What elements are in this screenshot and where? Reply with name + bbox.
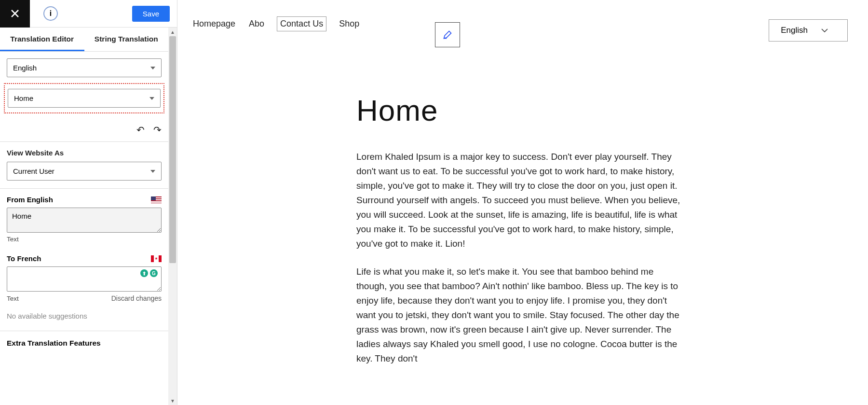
- extra-features-label: Extra Translation Features: [0, 331, 168, 353]
- view-as-label: View Website As: [0, 142, 168, 162]
- language-select-value: English: [13, 64, 37, 72]
- undo-button[interactable]: ↶: [136, 124, 145, 136]
- discard-changes-button[interactable]: Discard changes: [111, 294, 162, 302]
- from-text-field: [7, 208, 162, 233]
- suggestion-icon[interactable]: ⬆: [140, 269, 148, 277]
- page-content: Home Lorem Khaled Ipsum is a major key t…: [356, 93, 684, 366]
- string-select[interactable]: Home: [8, 89, 161, 108]
- save-button[interactable]: Save: [132, 6, 170, 22]
- language-select[interactable]: English: [7, 58, 162, 77]
- scrollbar[interactable]: ▲ ▼: [168, 28, 177, 405]
- chevron-down-icon: [821, 28, 828, 32]
- string-select-value: Home: [14, 94, 33, 102]
- paragraph-1[interactable]: Lorem Khaled Ipsum is a major key to suc…: [356, 150, 684, 251]
- tab-translation-editor[interactable]: Translation Editor: [0, 28, 84, 51]
- info-icon: i: [50, 9, 52, 18]
- to-text-field[interactable]: [7, 266, 162, 292]
- from-language-label: From English: [7, 196, 53, 204]
- redo-button[interactable]: ↷: [153, 124, 162, 136]
- string-select-highlight: Home: [4, 83, 164, 113]
- close-icon: [10, 9, 20, 18]
- flag-us-icon: [151, 196, 162, 203]
- nav-shop[interactable]: Shop: [338, 17, 360, 31]
- sidebar-scroll: Translation Editor String Translation En…: [0, 28, 168, 405]
- to-language-label: To French: [7, 254, 41, 263]
- translation-sidebar: i Save Translation Editor String Transla…: [0, 0, 177, 405]
- tab-string-translation[interactable]: String Translation: [84, 28, 169, 51]
- grammarly-icon[interactable]: G: [150, 269, 158, 277]
- chevron-down-icon: [150, 67, 155, 70]
- preview-nav: Homepage Abo Contact Us Shop: [192, 16, 849, 31]
- scrollbar-down-icon[interactable]: ▼: [168, 396, 177, 405]
- no-suggestions-text: No available suggestions: [0, 308, 168, 331]
- paragraph-2[interactable]: Life is what you make it, so let's make …: [356, 265, 684, 366]
- scrollbar-thumb[interactable]: [169, 36, 176, 263]
- to-sublabel: Text: [7, 295, 19, 302]
- page-title[interactable]: Home: [356, 93, 684, 127]
- page-preview: Homepage Abo Contact Us Shop English Hom…: [177, 0, 868, 405]
- nav-contact-us[interactable]: Contact Us: [277, 16, 326, 31]
- view-as-select[interactable]: Current User: [7, 162, 162, 181]
- view-as-value: Current User: [13, 167, 54, 175]
- chevron-down-icon: [149, 97, 154, 100]
- from-sublabel: Text: [0, 236, 168, 248]
- pencil-icon: [443, 30, 452, 40]
- nav-about[interactable]: Abo: [248, 17, 265, 31]
- chevron-down-icon: [150, 170, 155, 173]
- close-button[interactable]: [0, 0, 30, 28]
- edit-string-button[interactable]: [435, 22, 460, 47]
- language-switcher-value: English: [781, 26, 808, 35]
- sidebar-topbar: i Save: [0, 0, 177, 28]
- flag-ca-icon: [151, 255, 162, 262]
- field-badges: ⬆ G: [140, 269, 158, 277]
- nav-homepage[interactable]: Homepage: [192, 17, 236, 31]
- info-button[interactable]: i: [43, 6, 58, 21]
- scrollbar-up-icon[interactable]: ▲: [168, 28, 177, 36]
- preview-language-switcher[interactable]: English: [769, 19, 848, 42]
- sidebar-tabs: Translation Editor String Translation: [0, 28, 168, 52]
